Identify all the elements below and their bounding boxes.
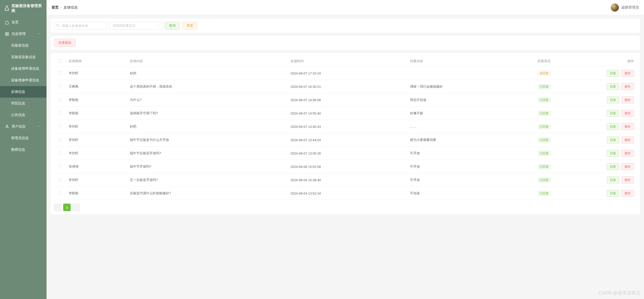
cell-content: 好吧: [127, 120, 288, 133]
chevron-up-icon: [37, 125, 43, 129]
cell-status: 已回复: [535, 80, 596, 93]
row-checkbox[interactable]: [58, 71, 62, 75]
select-all-checkbox[interactable]: [58, 59, 62, 63]
row-checkbox[interactable]: [58, 125, 62, 128]
status-badge: 已回复: [538, 84, 551, 89]
svg-rect-0: [6, 32, 7, 34]
row-checkbox[interactable]: [58, 165, 62, 168]
cell-time: 2024-06-07 17:32:24: [288, 67, 408, 80]
cell-time: 2024-06-07 16:30:21: [288, 80, 408, 93]
delete-button[interactable]: 删除: [621, 96, 634, 103]
sidebar-item-0-5[interactable]: 学院信息: [0, 98, 47, 109]
delete-button[interactable]: 删除: [621, 70, 634, 77]
cell-reply: 感谢！我们会越做越好: [408, 80, 535, 93]
col-teacher: 反馈教师: [66, 56, 127, 67]
page-next-button[interactable]: [72, 204, 80, 211]
row-checkbox[interactable]: [58, 138, 62, 141]
table-row: 李刘旺好吧2024-06-07 13:45:43... ...已回复回复删除: [54, 120, 636, 133]
delete-button[interactable]: 删除: [621, 83, 634, 90]
app-logo: 实验室设备管理系统: [0, 0, 47, 17]
status-badge: 未回复: [538, 71, 551, 76]
reply-button[interactable]: 回复: [607, 83, 619, 90]
reply-button[interactable]: 回复: [607, 150, 619, 157]
flask-icon: [4, 6, 10, 11]
pagination: 1: [54, 204, 636, 211]
sidebar-group-1[interactable]: 用户信息: [0, 121, 47, 132]
cell-reply: [408, 67, 535, 80]
reply-button[interactable]: 回复: [607, 96, 619, 103]
delete-button[interactable]: 删除: [621, 163, 634, 170]
cell-content: 这个系统真的不错，我很喜欢: [127, 80, 288, 93]
chevron-left-icon: [56, 206, 59, 209]
status-select[interactable]: 请选择回复状态: [109, 22, 162, 30]
cell-status: 已回复: [535, 160, 596, 173]
page-number-button[interactable]: 1: [63, 204, 71, 211]
table-row: 王飒飒这个系统真的不错，我很喜欢2024-06-07 16:30:21感谢！我们…: [54, 80, 636, 93]
row-checkbox[interactable]: [58, 178, 62, 181]
user-name: 超级管理员: [621, 5, 639, 10]
delete-button[interactable]: 删除: [621, 123, 634, 130]
col-time: 反馈时间: [288, 56, 408, 67]
filter-card: 请选择回复状态 查询 重置: [51, 19, 640, 33]
main-area: 首页 / 反馈信息 超级管理员: [47, 0, 644, 299]
reply-button[interactable]: 回复: [607, 123, 619, 130]
search-icon: [56, 24, 60, 28]
delete-button[interactable]: 删除: [621, 176, 634, 183]
sidebar-item-1-1[interactable]: 教师信息: [0, 144, 47, 156]
reply-button[interactable]: 回复: [607, 176, 619, 183]
sidebar-item-0-6[interactable]: 公告信息: [0, 109, 47, 121]
reply-button[interactable]: 回复: [607, 70, 619, 77]
sidebar-item-0-3[interactable]: 设备维修申请信息: [0, 74, 47, 86]
breadcrumb-home[interactable]: 首页: [52, 5, 59, 10]
table-row: 李盼盼选择能开空调了吗?2024-06-07 14:55:40好像不能已回复回复…: [54, 107, 636, 120]
cell-teacher: 李刘旺: [66, 133, 127, 147]
cell-content: 选择能开空调了吗?: [127, 107, 288, 120]
page-prev-button[interactable]: [54, 204, 62, 211]
table-row: 李盼盼实验室空调什么时候能修好?2024-06-04 13:52:34不知道已回…: [54, 187, 636, 200]
user-info[interactable]: 超级管理员: [611, 4, 639, 12]
cell-teacher: 王飒飒: [66, 80, 127, 93]
delete-button[interactable]: 删除: [621, 110, 634, 117]
col-reply: 回复内容: [408, 56, 535, 67]
delete-button[interactable]: 删除: [621, 150, 634, 157]
row-checkbox[interactable]: [58, 111, 62, 115]
sidebar-item-1-0[interactable]: 管理员信息: [0, 132, 47, 144]
status-badge: 已回复: [538, 137, 551, 143]
table-card: 反馈教师 反馈内容 反馈时间 回复内容 回复状态 操作 李刘旺好的2024-06…: [51, 53, 640, 214]
row-checkbox[interactable]: [58, 85, 62, 88]
cell-teacher: 李刘旺: [66, 147, 127, 160]
table-row: 李刘旺端午节实验室为什么不开放2024-06-07 13:44:03因为大家都要…: [54, 133, 636, 147]
sidebar-item-0-2[interactable]: 设备使用申请信息: [0, 63, 47, 74]
search-input[interactable]: [54, 22, 107, 30]
cell-content: 五一实验室开放吗?: [127, 173, 288, 187]
row-checkbox[interactable]: [58, 191, 62, 195]
app-title: 实验室设备管理系统: [12, 4, 43, 13]
sidebar-item-0-0[interactable]: 实验室信息: [0, 40, 47, 51]
feedback-table: 反馈教师 反馈内容 反馈时间 回复内容 回复状态 操作 李刘旺好的2024-06…: [54, 56, 636, 200]
cell-reply: 不知道: [408, 187, 535, 200]
reply-button[interactable]: 回复: [607, 190, 619, 197]
sidebar-group-0[interactable]: 信息管理: [0, 28, 47, 40]
reply-button[interactable]: 回复: [607, 110, 619, 117]
batch-delete-button[interactable]: 批量删除: [54, 39, 76, 47]
cell-status: 已回复: [535, 93, 596, 107]
row-checkbox[interactable]: [58, 151, 62, 155]
cell-status: 已回复: [535, 173, 596, 187]
avatar: [611, 4, 619, 12]
query-button[interactable]: 查询: [165, 22, 180, 30]
sidebar-item-0-1[interactable]: 实验室设备信息: [0, 51, 47, 63]
row-checkbox[interactable]: [58, 98, 62, 101]
sidebar-item-home[interactable]: 首页: [0, 17, 47, 28]
reply-button[interactable]: 回复: [607, 163, 619, 170]
cell-reply: 因为大家都要回家: [408, 133, 535, 147]
reply-button[interactable]: 回复: [607, 136, 619, 143]
status-badge: 已回复: [538, 177, 551, 183]
delete-button[interactable]: 删除: [621, 136, 634, 143]
breadcrumb-current: 反馈信息: [64, 5, 78, 10]
delete-button[interactable]: 删除: [621, 190, 634, 197]
svg-rect-2: [6, 34, 7, 35]
reset-button[interactable]: 重置: [182, 22, 197, 30]
cell-time: 2024-06-07 14:56:08: [288, 93, 408, 107]
sidebar-item-0-4[interactable]: 反馈信息: [0, 86, 47, 98]
status-badge: 已回复: [538, 191, 551, 196]
